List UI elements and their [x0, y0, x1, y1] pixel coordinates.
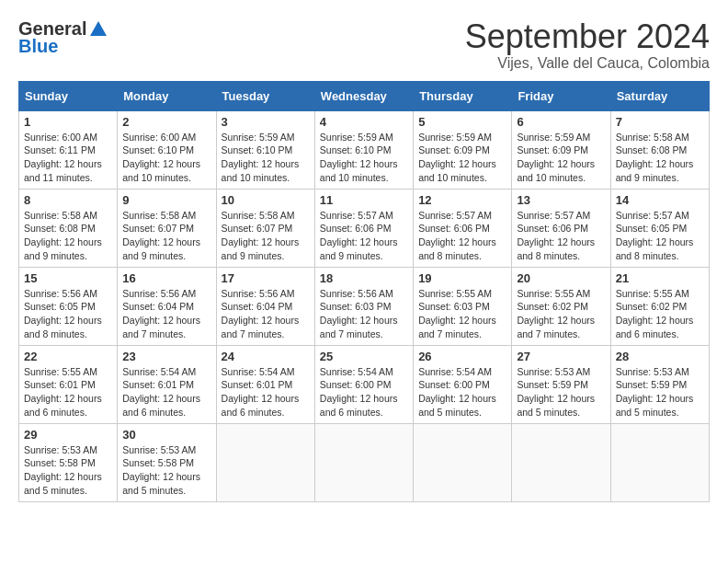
day-number: 15	[24, 271, 112, 285]
sunrise-text: Sunrise: 5:55 AM	[418, 288, 492, 299]
logo: General Blue	[18, 18, 108, 57]
header-saturday: Saturday	[610, 81, 709, 110]
sunset-text: Sunset: 6:08 PM	[616, 144, 688, 155]
logo-icon	[88, 19, 108, 40]
table-row: 4 Sunrise: 5:59 AM Sunset: 6:10 PM Dayli…	[314, 110, 413, 189]
day-number: 25	[320, 350, 408, 363]
day-info: Sunrise: 5:55 AM Sunset: 6:03 PM Dayligh…	[418, 287, 506, 341]
day-number: 30	[122, 428, 210, 442]
sunrise-text: Sunrise: 5:59 AM	[418, 132, 492, 143]
sunset-text: Sunset: 6:05 PM	[24, 301, 96, 312]
table-row: 13 Sunrise: 5:57 AM Sunset: 6:06 PM Dayl…	[512, 189, 610, 267]
table-row	[314, 423, 413, 501]
day-info: Sunrise: 5:57 AM Sunset: 6:06 PM Dayligh…	[418, 209, 506, 263]
daylight-text: Daylight: 12 hours and 6 minutes.	[320, 393, 398, 418]
sunrise-text: Sunrise: 5:53 AM	[24, 444, 97, 455]
daylight-text: Daylight: 12 hours and 7 minutes.	[418, 315, 496, 339]
sunset-text: Sunset: 6:03 PM	[418, 301, 490, 312]
header-monday: Monday	[118, 81, 216, 110]
header-thursday: Thursday	[414, 81, 512, 110]
day-info: Sunrise: 6:00 AM Sunset: 6:10 PM Dayligh…	[122, 131, 210, 185]
header-wednesday: Wednesday	[314, 81, 413, 110]
table-row: 22 Sunrise: 5:55 AM Sunset: 6:01 PM Dayl…	[19, 345, 118, 423]
sunset-text: Sunset: 6:07 PM	[222, 223, 293, 234]
sunrise-text: Sunrise: 5:58 AM	[616, 132, 689, 143]
day-info: Sunrise: 5:59 AM Sunset: 6:10 PM Dayligh…	[222, 131, 310, 185]
sunrise-text: Sunrise: 5:55 AM	[24, 366, 97, 377]
day-info: Sunrise: 5:59 AM Sunset: 6:09 PM Dayligh…	[418, 131, 506, 185]
sunset-text: Sunset: 6:06 PM	[320, 223, 392, 234]
sunset-text: Sunset: 5:59 PM	[616, 379, 688, 390]
day-number: 1	[24, 115, 112, 129]
table-row: 6 Sunrise: 5:59 AM Sunset: 6:09 PM Dayli…	[512, 110, 610, 189]
daylight-text: Daylight: 12 hours and 8 minutes.	[418, 236, 496, 261]
calendar-week-4: 22 Sunrise: 5:55 AM Sunset: 6:01 PM Dayl…	[19, 345, 710, 423]
daylight-text: Daylight: 12 hours and 11 minutes.	[24, 158, 102, 183]
day-number: 16	[122, 271, 210, 285]
daylight-text: Daylight: 12 hours and 9 minutes.	[122, 236, 200, 261]
day-number: 6	[517, 115, 605, 129]
sunset-text: Sunset: 6:05 PM	[616, 223, 688, 234]
day-info: Sunrise: 5:55 AM Sunset: 6:02 PM Dayligh…	[616, 287, 704, 341]
day-number: 5	[418, 115, 506, 129]
sunrise-text: Sunrise: 5:54 AM	[418, 366, 492, 377]
table-row	[216, 423, 314, 501]
table-row: 27 Sunrise: 5:53 AM Sunset: 5:59 PM Dayl…	[512, 345, 610, 423]
daylight-text: Daylight: 12 hours and 7 minutes.	[320, 315, 398, 339]
table-row: 17 Sunrise: 5:56 AM Sunset: 6:04 PM Dayl…	[216, 267, 314, 345]
table-row	[414, 423, 512, 501]
day-number: 3	[222, 115, 310, 129]
table-row: 30 Sunrise: 5:53 AM Sunset: 5:58 PM Dayl…	[118, 423, 216, 501]
table-row: 24 Sunrise: 5:54 AM Sunset: 6:01 PM Dayl…	[216, 345, 314, 423]
daylight-text: Daylight: 12 hours and 10 minutes.	[517, 158, 595, 183]
daylight-text: Daylight: 12 hours and 6 minutes.	[24, 393, 102, 418]
calendar-week-2: 8 Sunrise: 5:58 AM Sunset: 6:08 PM Dayli…	[19, 189, 710, 267]
table-row: 2 Sunrise: 6:00 AM Sunset: 6:10 PM Dayli…	[118, 110, 216, 189]
table-row: 20 Sunrise: 5:55 AM Sunset: 6:02 PM Dayl…	[512, 267, 610, 345]
table-row: 12 Sunrise: 5:57 AM Sunset: 6:06 PM Dayl…	[414, 189, 512, 267]
table-row: 5 Sunrise: 5:59 AM Sunset: 6:09 PM Dayli…	[414, 110, 512, 189]
day-info: Sunrise: 5:58 AM Sunset: 6:08 PM Dayligh…	[24, 209, 112, 263]
calendar-week-5: 29 Sunrise: 5:53 AM Sunset: 5:58 PM Dayl…	[19, 423, 710, 501]
sunrise-text: Sunrise: 5:54 AM	[320, 366, 393, 377]
sunrise-text: Sunrise: 5:58 AM	[222, 210, 295, 221]
day-number: 12	[418, 193, 506, 207]
daylight-text: Daylight: 12 hours and 5 minutes.	[122, 471, 200, 496]
day-number: 29	[24, 428, 112, 442]
daylight-text: Daylight: 12 hours and 9 minutes.	[24, 236, 102, 261]
sunrise-text: Sunrise: 5:57 AM	[320, 210, 393, 221]
daylight-text: Daylight: 12 hours and 8 minutes.	[24, 315, 102, 339]
daylight-text: Daylight: 12 hours and 10 minutes.	[418, 158, 496, 183]
table-row: 8 Sunrise: 5:58 AM Sunset: 6:08 PM Dayli…	[19, 189, 118, 267]
sunrise-text: Sunrise: 5:53 AM	[122, 444, 196, 455]
day-number: 23	[122, 350, 210, 363]
sunset-text: Sunset: 6:09 PM	[418, 144, 490, 155]
table-row: 10 Sunrise: 5:58 AM Sunset: 6:07 PM Dayl…	[216, 189, 314, 267]
sunrise-text: Sunrise: 5:57 AM	[418, 210, 492, 221]
sunset-text: Sunset: 6:00 PM	[418, 379, 490, 390]
day-info: Sunrise: 5:56 AM Sunset: 6:05 PM Dayligh…	[24, 287, 112, 341]
sunset-text: Sunset: 6:06 PM	[517, 223, 588, 234]
sunset-text: Sunset: 5:58 PM	[122, 457, 194, 468]
day-number: 10	[222, 193, 310, 207]
day-info: Sunrise: 5:53 AM Sunset: 5:58 PM Dayligh…	[24, 443, 112, 498]
daylight-text: Daylight: 12 hours and 5 minutes.	[616, 393, 694, 418]
day-info: Sunrise: 5:55 AM Sunset: 6:02 PM Dayligh…	[517, 287, 605, 341]
header-sunday: Sunday	[19, 81, 118, 110]
day-number: 13	[517, 193, 605, 207]
day-info: Sunrise: 5:53 AM Sunset: 5:58 PM Dayligh…	[122, 443, 210, 498]
sunset-text: Sunset: 6:01 PM	[222, 379, 293, 390]
page-title: September 2024	[465, 18, 710, 55]
table-row: 23 Sunrise: 5:54 AM Sunset: 6:01 PM Dayl…	[118, 345, 216, 423]
day-number: 7	[616, 115, 704, 129]
day-info: Sunrise: 5:56 AM Sunset: 6:04 PM Dayligh…	[222, 287, 310, 341]
sunrise-text: Sunrise: 5:53 AM	[616, 366, 689, 377]
sunrise-text: Sunrise: 5:58 AM	[122, 210, 196, 221]
daylight-text: Daylight: 12 hours and 5 minutes.	[517, 393, 595, 418]
day-info: Sunrise: 5:58 AM Sunset: 6:07 PM Dayligh…	[122, 209, 210, 263]
day-info: Sunrise: 5:59 AM Sunset: 6:10 PM Dayligh…	[320, 131, 408, 185]
sunset-text: Sunset: 6:11 PM	[24, 144, 96, 155]
table-row: 1 Sunrise: 6:00 AM Sunset: 6:11 PM Dayli…	[19, 110, 118, 189]
sunset-text: Sunset: 6:01 PM	[24, 379, 96, 390]
sunrise-text: Sunrise: 5:59 AM	[320, 132, 393, 143]
